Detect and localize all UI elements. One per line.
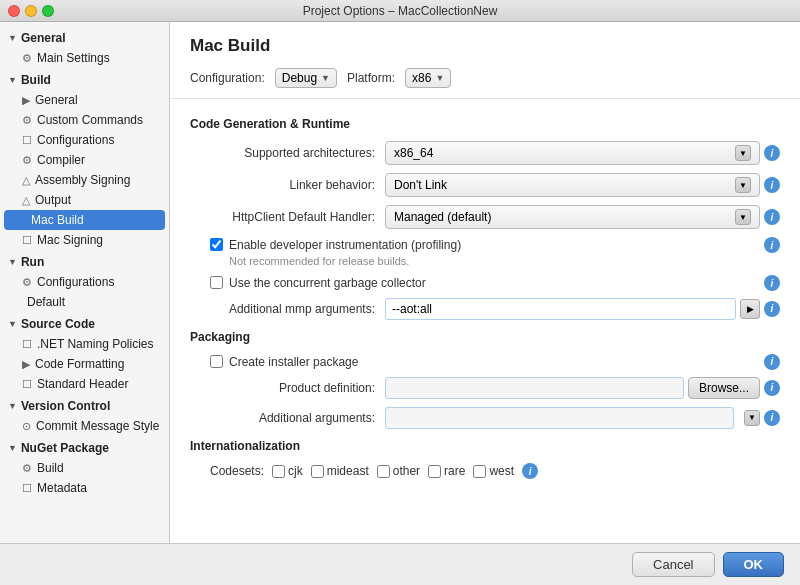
create-installer-label: Create installer package	[229, 354, 358, 371]
info-icon[interactable]: i	[764, 380, 780, 396]
dev-instrumentation-checkbox[interactable]	[210, 238, 223, 251]
sidebar-item-output[interactable]: △ Output	[0, 190, 169, 210]
sidebar-item-label: Assembly Signing	[35, 173, 130, 187]
sidebar-item-nuget-metadata[interactable]: ☐ Metadata	[0, 478, 169, 498]
info-icon[interactable]: i	[764, 354, 780, 370]
sidebar-item-label: Main Settings	[37, 51, 110, 65]
sidebar-section-build: ▼ Build ▶ General ⚙ Custom Commands ☐ Co…	[0, 70, 169, 250]
sidebar-item-custom-commands[interactable]: ⚙ Custom Commands	[0, 110, 169, 130]
info-icon[interactable]: i	[764, 209, 780, 225]
linker-row: Linker behavior: Don't Link ▼ i	[190, 173, 780, 197]
sidebar-item-nuget-build[interactable]: ⚙ Build	[0, 458, 169, 478]
sidebar-item-label: Code Formatting	[35, 357, 124, 371]
sidebar-item-code-formatting[interactable]: ▶ Code Formatting	[0, 354, 169, 374]
arrow-right-icon: ▶	[22, 94, 30, 107]
sidebar-item-build-general[interactable]: ▶ General	[0, 90, 169, 110]
chevron-down-icon: ▼	[435, 73, 444, 83]
product-def-control: Browse... i	[385, 377, 780, 399]
platform-dropdown[interactable]: x86 ▼	[405, 68, 451, 88]
info-icon[interactable]: i	[764, 237, 780, 253]
sidebar-item-label: Build	[37, 461, 64, 475]
box-icon: ☐	[22, 482, 32, 495]
sidebar-item-label: Configurations	[37, 133, 114, 147]
codeset-other: other	[377, 464, 420, 478]
dev-instrumentation-sublabel: Not recommended for release builds.	[229, 254, 461, 269]
platform-value: x86	[412, 71, 431, 85]
httpclient-select[interactable]: Managed (default) ▼	[385, 205, 760, 229]
info-icon[interactable]: i	[764, 145, 780, 161]
sidebar-group-run[interactable]: ▼ Run	[0, 252, 169, 272]
ok-button[interactable]: OK	[723, 552, 785, 577]
codeset-mideast-checkbox[interactable]	[311, 465, 324, 478]
run-icon[interactable]: ▶	[740, 299, 760, 319]
sidebar-group-build[interactable]: ▼ Build	[0, 70, 169, 90]
sidebar-item-commit-message[interactable]: ⊙ Commit Message Style	[0, 416, 169, 436]
commit-icon: ⊙	[22, 420, 31, 433]
sidebar-item-net-naming[interactable]: ☐ .NET Naming Policies	[0, 334, 169, 354]
config-row: Configuration: Debug ▼ Platform: x86 ▼	[190, 68, 780, 88]
sidebar-group-general[interactable]: ▼ General	[0, 28, 169, 48]
sidebar-item-mac-build[interactable]: Mac Build	[4, 210, 165, 230]
sidebar-item-configurations[interactable]: ☐ Configurations	[0, 130, 169, 150]
window-controls[interactable]	[8, 5, 54, 17]
info-icon[interactable]: i	[764, 410, 780, 426]
sidebar-item-compiler[interactable]: ⚙ Compiler	[0, 150, 169, 170]
chevron-down-icon: ▼	[321, 73, 330, 83]
sidebar-item-standard-header[interactable]: ☐ Standard Header	[0, 374, 169, 394]
sidebar-group-source-code[interactable]: ▼ Source Code	[0, 314, 169, 334]
sidebar-item-label: Commit Message Style	[36, 419, 159, 433]
codeset-west: west	[473, 464, 514, 478]
codeset-west-checkbox[interactable]	[473, 465, 486, 478]
minimize-button[interactable]	[25, 5, 37, 17]
architectures-row: Supported architectures: x86_64 ▼ i	[190, 141, 780, 165]
content-header: Mac Build Configuration: Debug ▼ Platfor…	[170, 22, 800, 99]
codeset-row: Codesets: cjk mideast other rare	[190, 463, 780, 480]
sidebar-item-run-default[interactable]: Default	[0, 292, 169, 312]
httpclient-control: Managed (default) ▼ i	[385, 205, 780, 229]
pkg-args-label: Additional arguments:	[190, 411, 385, 425]
info-icon[interactable]: i	[764, 301, 780, 317]
codeset-rare: rare	[428, 464, 465, 478]
sidebar-item-mac-signing[interactable]: ☐ Mac Signing	[0, 230, 169, 250]
info-icon[interactable]: i	[764, 177, 780, 193]
dev-instrumentation-label: Enable developer instrumentation (profil…	[229, 237, 461, 254]
sidebar-item-assembly-signing[interactable]: △ Assembly Signing	[0, 170, 169, 190]
close-button[interactable]	[8, 5, 20, 17]
mmp-args-label: Additional mmp arguments:	[190, 302, 385, 316]
config-dropdown[interactable]: Debug ▼	[275, 68, 337, 88]
codeset-rare-checkbox[interactable]	[428, 465, 441, 478]
sidebar-group-vc-label: Version Control	[21, 399, 110, 413]
sidebar-item-run-configurations[interactable]: ⚙ Configurations	[0, 272, 169, 292]
create-installer-checkbox[interactable]	[210, 355, 223, 368]
maximize-button[interactable]	[42, 5, 54, 17]
page-title: Mac Build	[190, 36, 780, 56]
arrow-icon: ▼	[8, 443, 17, 453]
architectures-select[interactable]: x86_64 ▼	[385, 141, 760, 165]
browse-button[interactable]: Browse...	[688, 377, 760, 399]
dev-instrumentation-label-group: Enable developer instrumentation (profil…	[229, 237, 461, 269]
sidebar-item-label: Metadata	[37, 481, 87, 495]
product-def-input	[385, 377, 684, 399]
platform-label: Platform:	[347, 71, 395, 85]
arrow-icon: ▼	[8, 75, 17, 85]
arrow-icon: ▼	[8, 33, 17, 43]
codeset-other-checkbox[interactable]	[377, 465, 390, 478]
gc-label: Use the concurrent garbage collector	[229, 275, 426, 292]
info-icon[interactable]: i	[522, 463, 538, 479]
config-value: Debug	[282, 71, 317, 85]
pkg-args-row: Additional arguments: ▼ i	[190, 407, 780, 429]
info-icon[interactable]: i	[764, 275, 780, 291]
codeset-cjk-checkbox[interactable]	[272, 465, 285, 478]
sidebar-group-version-control[interactable]: ▼ Version Control	[0, 396, 169, 416]
product-def-row: Product definition: Browse... i	[190, 377, 780, 399]
sidebar-group-nuget[interactable]: ▼ NuGet Package	[0, 438, 169, 458]
mmp-args-input[interactable]	[385, 298, 736, 320]
sidebar-item-main-settings[interactable]: ⚙ Main Settings	[0, 48, 169, 68]
httpclient-row: HttpClient Default Handler: Managed (def…	[190, 205, 780, 229]
cancel-button[interactable]: Cancel	[632, 552, 714, 577]
pkg-args-input	[385, 407, 734, 429]
codeset-west-label: west	[489, 464, 514, 478]
sidebar-item-label: .NET Naming Policies	[37, 337, 153, 351]
linker-select[interactable]: Don't Link ▼	[385, 173, 760, 197]
gc-checkbox[interactable]	[210, 276, 223, 289]
